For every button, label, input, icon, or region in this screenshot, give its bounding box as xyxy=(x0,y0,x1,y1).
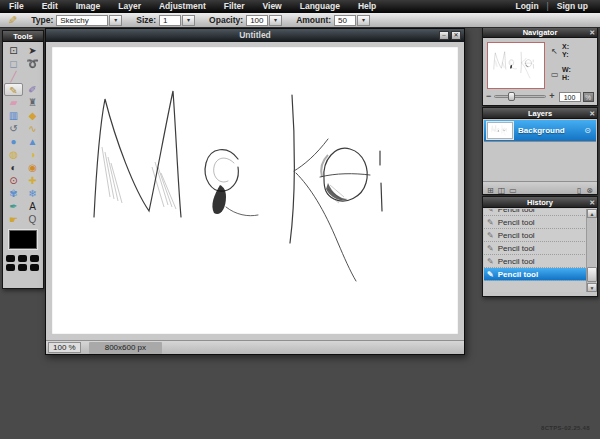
menu-item-edit[interactable]: Edit xyxy=(33,0,67,13)
navigator-panel-title[interactable]: Navigator✕ xyxy=(483,27,597,38)
move-tool-icon[interactable]: ➤ xyxy=(23,44,42,57)
canvas-window: Untitled – ✕ 100 % 800x600 px xyxy=(45,28,465,355)
hand-tool-icon[interactable]: ☛ xyxy=(4,213,23,226)
zoom-percent-button[interactable]: % xyxy=(583,92,594,102)
history-entry[interactable]: ✎Pencil tool xyxy=(484,255,587,268)
type-dropdown-arrow-icon[interactable]: ▾ xyxy=(109,15,122,26)
pinch-tool-icon[interactable]: ❄ xyxy=(23,187,42,200)
navigator-close-icon[interactable]: ✕ xyxy=(589,27,595,38)
zoom-slider[interactable] xyxy=(494,95,546,98)
eraser-tool-icon[interactable]: ▰ xyxy=(4,96,23,109)
type-tool-icon[interactable]: A xyxy=(23,200,42,213)
opacity-dropdown-arrow-icon[interactable]: ▾ xyxy=(269,15,282,26)
scrollbar-thumb[interactable] xyxy=(587,267,597,282)
login-link[interactable]: Login xyxy=(511,0,542,13)
swatch-dot[interactable] xyxy=(18,264,27,271)
swatch-dot[interactable] xyxy=(30,264,39,271)
scroll-down-icon[interactable]: ▼ xyxy=(587,283,597,292)
signup-link[interactable]: Sign up xyxy=(553,0,592,13)
swatch-dot[interactable] xyxy=(6,264,15,271)
layer-name: Background xyxy=(518,126,565,135)
color-swatch[interactable] xyxy=(9,230,37,249)
minimize-button[interactable]: – xyxy=(439,31,449,40)
history-entry[interactable]: ✎Pencil tool xyxy=(484,216,587,229)
opacity-input[interactable]: 100 xyxy=(246,15,268,26)
amount-input[interactable]: 50 xyxy=(334,15,356,26)
history-entry[interactable]: ✎Pencil tool xyxy=(484,242,587,255)
tools-panel: Tools ⊡➤◻➰╱✎✐▰♜▥◆↺∿●▲◍◑◐◉⊙✚✾❄✒A☛Q xyxy=(2,30,44,289)
menu-item-adjustment[interactable]: Adjustment xyxy=(150,0,215,13)
menu-item-help[interactable]: Help xyxy=(349,0,385,13)
paint-bucket-tool-icon[interactable]: ◆ xyxy=(23,109,42,122)
menu-bar: FileEditImageLayerAdjustmentFilterViewLa… xyxy=(0,0,600,13)
lasso-tool-icon[interactable]: ➰ xyxy=(23,57,42,70)
brush-tool-icon[interactable]: ✐ xyxy=(23,83,42,96)
size-dropdown-arrow-icon[interactable]: ▾ xyxy=(182,15,195,26)
zoom-slider-thumb[interactable] xyxy=(508,92,515,101)
swatch-dot[interactable] xyxy=(6,255,15,262)
zoom-out-icon[interactable]: − xyxy=(486,91,491,102)
pencil-icon: ✎ xyxy=(487,244,494,253)
red-eye-tool-icon[interactable]: ⊙ xyxy=(4,174,23,187)
zoom-tool-icon[interactable]: Q xyxy=(23,213,42,226)
close-button[interactable]: ✕ xyxy=(451,31,461,40)
sharpen-tool-icon[interactable]: ▲ xyxy=(23,135,42,148)
pencil-tool-icon[interactable]: ✎ xyxy=(4,83,23,96)
menu-item-layer[interactable]: Layer xyxy=(109,0,150,13)
type-select[interactable]: Sketchy xyxy=(56,15,108,26)
menu-item-language[interactable]: Language xyxy=(291,0,349,13)
bloat-tool-icon[interactable]: ✾ xyxy=(4,187,23,200)
layers-panel-title[interactable]: Layers✕ xyxy=(483,108,597,119)
amount-dropdown-arrow-icon[interactable]: ▾ xyxy=(357,15,370,26)
history-entry-label: Pencil tool xyxy=(498,231,535,240)
menu-item-file[interactable]: File xyxy=(0,0,33,13)
history-scrollbar[interactable]: ▲ ▼ xyxy=(586,209,596,292)
new-layer-icon[interactable]: ▯ xyxy=(577,186,581,195)
history-entry[interactable]: ✎Pencil tool xyxy=(484,229,587,242)
clone-stamp-tool-icon[interactable]: ♜ xyxy=(23,96,42,109)
history-close-icon[interactable]: ✕ xyxy=(589,197,595,208)
history-panel-title[interactable]: History✕ xyxy=(483,197,597,208)
layer-thumbnail[interactable] xyxy=(487,122,513,139)
canvas[interactable] xyxy=(52,47,458,334)
spot-heal-tool-icon[interactable]: ✚ xyxy=(23,174,42,187)
zoom-in-icon[interactable]: + xyxy=(549,91,554,102)
history-entry-label: Pencil tool xyxy=(498,209,535,214)
layer-settings-icon[interactable]: ⊞ xyxy=(487,186,494,195)
size-label: Size: xyxy=(136,15,156,25)
canvas-titlebar[interactable]: Untitled – ✕ xyxy=(46,29,464,42)
layer-visibility-eye-icon[interactable]: ⊙ xyxy=(584,126,591,135)
colorpicker-tool-icon[interactable]: ✒ xyxy=(4,200,23,213)
layer-styles-icon[interactable]: ▭ xyxy=(509,186,517,195)
tools-panel-title[interactable]: Tools xyxy=(3,31,43,42)
marquee-tool-icon[interactable]: ◻ xyxy=(4,57,23,70)
swatch-dot[interactable] xyxy=(30,255,39,262)
zoom-percent-input[interactable]: 100 xyxy=(559,92,581,102)
gradient-tool-icon[interactable]: ▥ xyxy=(4,109,23,122)
swatch-dot[interactable] xyxy=(18,255,27,262)
add-mask-icon[interactable]: ◫ xyxy=(498,186,506,195)
scroll-up-icon[interactable]: ▲ xyxy=(587,209,597,218)
size-input[interactable]: 1 xyxy=(159,15,181,26)
blur-tool-icon[interactable]: ● xyxy=(4,135,23,148)
layers-close-icon[interactable]: ✕ xyxy=(589,108,595,119)
menu-item-view[interactable]: View xyxy=(254,0,291,13)
crop-tool-icon[interactable]: ⊡ xyxy=(4,44,23,57)
canvas-statusbar: 100 % 800x600 px xyxy=(46,340,464,354)
menu-item-filter[interactable]: Filter xyxy=(215,0,254,13)
zoom-level-status[interactable]: 100 % xyxy=(48,342,81,353)
amount-label: Amount: xyxy=(296,15,331,25)
color-replace-tool-icon[interactable]: ↺ xyxy=(4,122,23,135)
navigator-preview[interactable] xyxy=(487,42,545,89)
burn-tool-icon[interactable]: ◉ xyxy=(23,161,42,174)
menu-item-image[interactable]: Image xyxy=(67,0,110,13)
wand-tool-icon[interactable]: ╱ xyxy=(4,70,23,83)
history-entry[interactable]: ✎Pencil tool xyxy=(484,209,587,216)
smudge-tool-icon[interactable]: ◍ xyxy=(4,148,23,161)
history-entry[interactable]: ✎Pencil tool xyxy=(484,268,587,281)
delete-layer-icon[interactable]: ⊗ xyxy=(586,186,593,195)
sponge-tool-icon[interactable]: ◑ xyxy=(23,148,42,161)
dodge-tool-icon[interactable]: ◐ xyxy=(4,161,23,174)
drawing-tool-icon[interactable]: ∿ xyxy=(23,122,42,135)
layer-row[interactable]: Background⊙ xyxy=(484,120,596,142)
